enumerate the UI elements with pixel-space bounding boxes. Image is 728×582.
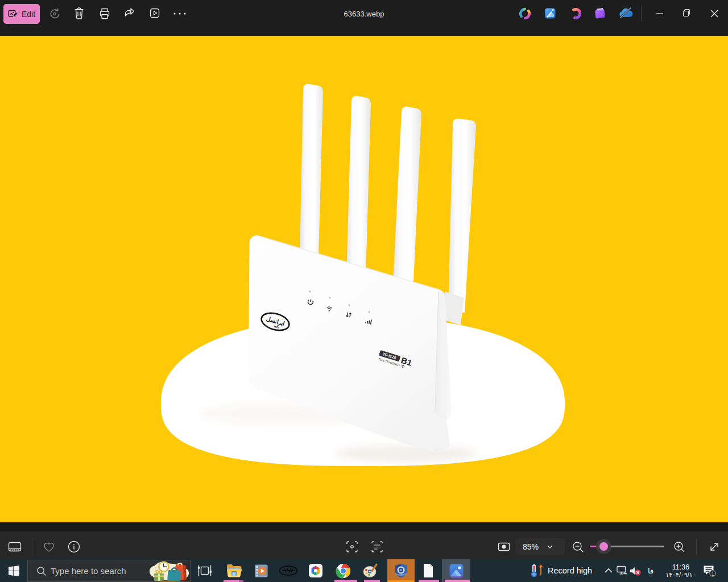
svg-text:1: 1 (711, 571, 714, 577)
